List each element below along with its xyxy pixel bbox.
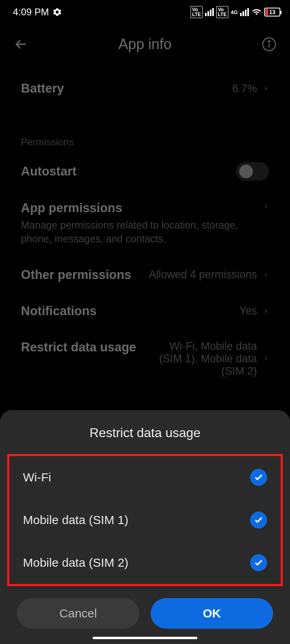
other-permissions-label: Other permissions xyxy=(21,268,131,282)
ok-button[interactable]: OK xyxy=(151,598,273,629)
notifications-row[interactable]: Notifications Yes xyxy=(0,290,290,326)
restrict-data-value: Wi-Fi, Mobile data (SIM 1), Mobile data … xyxy=(148,340,257,378)
notifications-value: Yes xyxy=(239,305,257,317)
restrict-data-dialog: Restrict data usage Wi-Fi Mobile data (S… xyxy=(0,410,290,644)
highlight-box: Wi-Fi Mobile data (SIM 1) Mobile data (S… xyxy=(7,454,283,586)
back-icon[interactable] xyxy=(12,35,30,53)
app-permissions-row[interactable]: App permissions Manage permissions relat… xyxy=(0,189,290,254)
notifications-label: Notifications xyxy=(21,304,97,318)
option-wifi[interactable]: Wi-Fi xyxy=(9,456,281,499)
option-sim2-label: Mobile data (SIM 2) xyxy=(23,556,128,570)
chevron-right-icon xyxy=(263,306,269,316)
chevron-right-icon xyxy=(263,353,269,364)
option-sim1-label: Mobile data (SIM 1) xyxy=(23,513,128,527)
other-permissions-row[interactable]: Other permissions Allowed 4 permissions xyxy=(0,254,290,290)
restrict-data-row[interactable]: Restrict data usage Wi-Fi, Mobile data (… xyxy=(0,326,290,386)
option-wifi-label: Wi-Fi xyxy=(23,471,51,484)
checkmark-icon xyxy=(250,469,267,486)
battery-label: Battery xyxy=(21,81,64,96)
home-indicator[interactable] xyxy=(93,637,197,639)
restrict-data-label: Restrict data usage xyxy=(21,340,136,355)
battery-row[interactable]: Battery 6.7% xyxy=(0,73,290,104)
other-permissions-value: Allowed 4 permissions xyxy=(149,268,257,281)
option-sim1[interactable]: Mobile data (SIM 1) xyxy=(9,499,281,541)
cancel-button[interactable]: Cancel xyxy=(17,598,139,629)
checkmark-icon xyxy=(250,554,267,571)
dialog-title: Restrict data usage xyxy=(0,410,290,454)
autostart-row[interactable]: Autostart xyxy=(0,154,290,189)
cancel-button-label: Cancel xyxy=(59,607,97,620)
chevron-right-icon xyxy=(263,83,269,94)
autostart-label: Autostart xyxy=(21,164,77,179)
chevron-right-icon xyxy=(263,270,269,280)
info-icon[interactable] xyxy=(260,35,278,53)
page-title: App info xyxy=(118,36,172,53)
ok-button-label: OK xyxy=(203,607,221,620)
divider xyxy=(21,116,269,116)
app-permissions-label: App permissions xyxy=(21,201,263,215)
svg-point-2 xyxy=(268,41,269,42)
battery-value: 6.7% xyxy=(232,83,257,95)
option-sim2[interactable]: Mobile data (SIM 2) xyxy=(9,541,281,584)
chevron-right-icon xyxy=(263,201,269,211)
permissions-section-header: Permissions xyxy=(0,120,290,154)
app-permissions-desc: Manage permissions related to location, … xyxy=(21,219,263,246)
autostart-toggle[interactable] xyxy=(236,162,269,181)
checkmark-icon xyxy=(250,512,267,528)
